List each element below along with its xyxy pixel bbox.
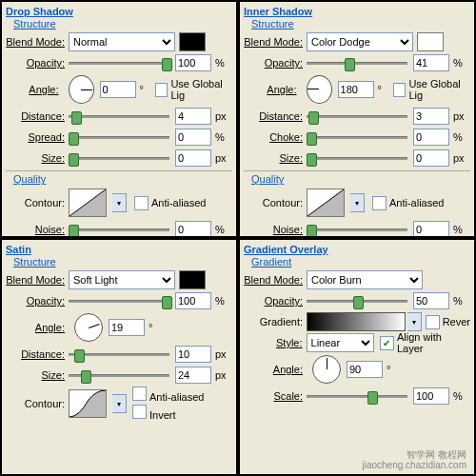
panel-title: Drop Shadow xyxy=(6,6,232,17)
contour-label: Contour: xyxy=(6,197,69,208)
noise-slider[interactable] xyxy=(307,223,407,236)
align-with-layer-checkbox[interactable]: ✔ xyxy=(380,336,394,350)
contour-picker[interactable] xyxy=(307,188,345,217)
size-slider[interactable] xyxy=(69,368,169,382)
noise-label: Noise: xyxy=(6,224,69,235)
style-select[interactable]: Linear xyxy=(307,333,375,352)
angle-input[interactable] xyxy=(347,361,383,378)
unit: px xyxy=(211,110,232,122)
angle-dial[interactable] xyxy=(307,75,332,104)
inner-shadow-panel: Inner Shadow Structure Blend Mode: Color… xyxy=(238,0,476,238)
panel-title: Gradient Overlay xyxy=(244,244,470,255)
opacity-slider[interactable] xyxy=(69,294,169,307)
angle-dial[interactable] xyxy=(69,75,94,104)
noise-input[interactable] xyxy=(175,221,211,238)
quality-heading: Quality xyxy=(251,173,470,185)
blend-mode-label: Blend Mode: xyxy=(244,36,307,48)
quality-heading: Quality xyxy=(13,173,232,185)
antialiased-checkbox[interactable] xyxy=(372,196,387,210)
opacity-slider[interactable] xyxy=(69,56,169,69)
contour-dropdown[interactable]: ▾ xyxy=(112,193,127,212)
blend-mode-label: Blend Mode: xyxy=(6,36,69,48)
gradient-picker[interactable] xyxy=(307,312,406,331)
structure-heading: Structure xyxy=(13,18,232,30)
invert-checkbox[interactable] xyxy=(132,405,147,419)
choke-label: Choke: xyxy=(244,131,307,143)
angle-input[interactable] xyxy=(338,81,374,98)
spread-input[interactable] xyxy=(175,129,211,146)
opacity-label: Opacity: xyxy=(6,57,69,69)
contour-picker[interactable] xyxy=(69,188,107,217)
noise-input[interactable] xyxy=(413,221,449,238)
opacity-slider[interactable] xyxy=(307,56,407,69)
size-input[interactable] xyxy=(413,149,449,167)
choke-slider[interactable] xyxy=(307,130,407,144)
spread-label: Spread: xyxy=(6,131,69,143)
satin-panel: Satin Structure Blend Mode: Soft Light O… xyxy=(0,238,238,476)
size-label: Size: xyxy=(6,152,69,164)
choke-input[interactable] xyxy=(413,129,449,146)
distance-slider[interactable] xyxy=(69,109,169,123)
size-slider[interactable] xyxy=(69,151,169,165)
blend-mode-select[interactable]: Color Dodge xyxy=(307,32,413,51)
color-swatch[interactable] xyxy=(417,32,444,51)
opacity-input[interactable] xyxy=(175,292,211,309)
unit: ° xyxy=(136,84,155,95)
contour-dropdown[interactable]: ▾ xyxy=(350,193,365,212)
angle-dial[interactable] xyxy=(74,313,103,342)
panel-title: Inner Shadow xyxy=(244,6,470,17)
contour-dropdown[interactable]: ▾ xyxy=(112,394,127,413)
angle-dial[interactable] xyxy=(312,355,341,384)
distance-input[interactable] xyxy=(175,108,211,125)
watermark: 智学网 教程网 jiaocheng.chazidian.com xyxy=(362,449,466,470)
noise-slider[interactable] xyxy=(69,223,169,236)
use-global-light-checkbox[interactable] xyxy=(155,83,169,97)
distance-slider[interactable] xyxy=(307,109,407,123)
blend-mode-select[interactable]: Soft Light xyxy=(69,270,175,289)
opacity-input[interactable] xyxy=(175,54,211,71)
size-slider[interactable] xyxy=(307,151,407,165)
structure-heading: Structure xyxy=(251,18,470,30)
blend-mode-select[interactable]: Normal xyxy=(69,32,175,51)
use-global-light-checkbox[interactable] xyxy=(393,83,407,97)
unit: % xyxy=(211,224,232,235)
panel-title: Satin xyxy=(6,244,232,255)
color-swatch[interactable] xyxy=(179,32,206,51)
antialiased-checkbox[interactable] xyxy=(134,196,149,210)
angle-input[interactable] xyxy=(109,319,145,336)
size-input[interactable] xyxy=(175,149,211,167)
drop-shadow-panel: Drop Shadow Structure Blend Mode: Normal… xyxy=(0,0,238,238)
angle-input[interactable] xyxy=(100,81,136,98)
size-input[interactable] xyxy=(175,367,211,384)
unit: % xyxy=(211,57,232,69)
unit: px xyxy=(211,152,232,164)
reverse-checkbox[interactable] xyxy=(426,315,440,329)
distance-slider[interactable] xyxy=(69,347,169,361)
scale-slider[interactable] xyxy=(307,389,407,403)
color-swatch[interactable] xyxy=(179,270,206,289)
antialiased-checkbox[interactable] xyxy=(132,387,147,401)
gradient-dropdown[interactable]: ▾ xyxy=(407,312,422,331)
contour-picker[interactable] xyxy=(69,389,107,418)
blend-mode-select[interactable]: Color Burn xyxy=(307,270,423,289)
size-label: Size: xyxy=(244,152,307,164)
opacity-slider[interactable] xyxy=(307,294,407,307)
distance-label: Distance: xyxy=(6,110,69,122)
distance-input[interactable] xyxy=(175,346,211,363)
use-global-light-label: Use Global Lig xyxy=(170,78,232,101)
opacity-input[interactable] xyxy=(413,54,449,71)
scale-input[interactable] xyxy=(413,387,449,405)
opacity-label: Opacity: xyxy=(244,57,307,69)
opacity-input[interactable] xyxy=(413,292,449,309)
distance-input[interactable] xyxy=(413,108,449,125)
spread-slider[interactable] xyxy=(69,130,169,144)
distance-label: Distance: xyxy=(244,110,307,122)
angle-label: Angle: xyxy=(6,84,63,95)
angle-label: Angle: xyxy=(244,84,301,95)
antialiased-label: Anti-aliased xyxy=(151,197,206,208)
unit: % xyxy=(211,131,232,143)
gradient-overlay-panel: Gradient Overlay Gradient Blend Mode: Co… xyxy=(238,238,476,476)
